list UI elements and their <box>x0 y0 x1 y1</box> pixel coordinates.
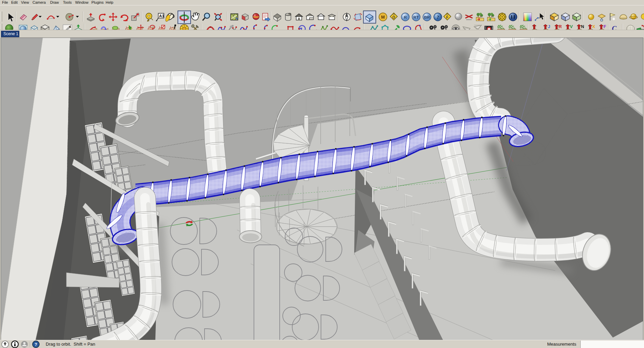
svg-text:O: O <box>392 15 395 19</box>
svg-text:A1: A1 <box>159 14 165 18</box>
svg-text:X: X <box>592 24 595 29</box>
svg-text:RT: RT <box>413 15 419 20</box>
svg-text:R: R <box>404 15 407 20</box>
svg-text:R: R <box>559 24 562 29</box>
svg-text:C: C <box>345 14 347 17</box>
svg-text:M: M <box>381 15 385 20</box>
svg-text:V: V <box>570 24 573 29</box>
svg-text:J: J <box>548 24 550 29</box>
svg-text:?: ? <box>436 14 439 20</box>
svg-text:F: F <box>446 15 449 19</box>
svg-text:BR: BR <box>424 15 430 20</box>
svg-text:N: N <box>581 24 584 29</box>
svg-text:?: ? <box>35 342 37 347</box>
svg-text:F: F <box>603 24 606 29</box>
